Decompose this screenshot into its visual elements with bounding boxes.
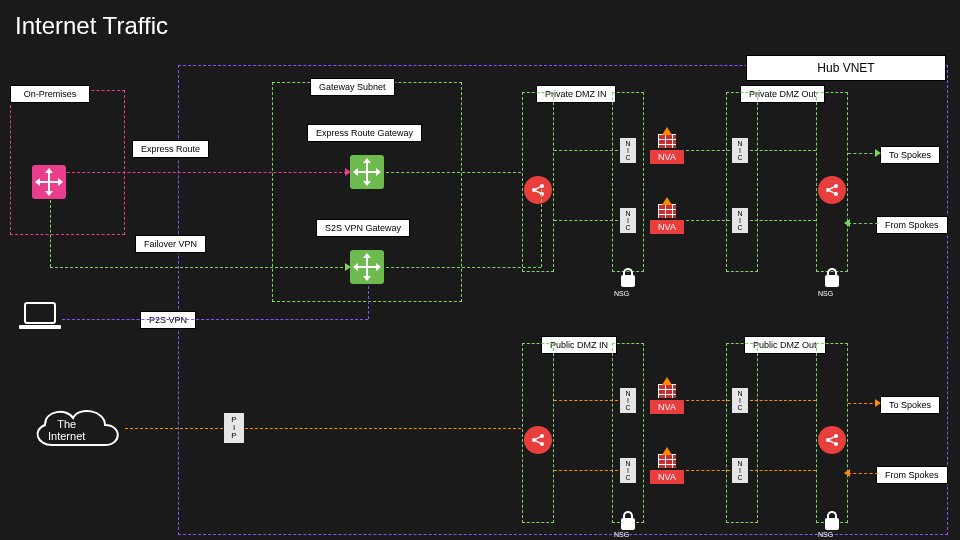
conn-p2s-v: [368, 286, 369, 319]
private-dmz-in-col2: [612, 92, 644, 272]
conn-pub-nic2b: [686, 470, 730, 471]
nic-priv-out-1: N I C: [732, 138, 748, 163]
share-icon-pub-in-1: [524, 426, 552, 454]
share-icon-pub-out-1: [818, 426, 846, 454]
conn-onprem-v: [50, 200, 51, 267]
conn-pub-nic1a: [554, 400, 618, 401]
svg-rect-1: [19, 325, 61, 329]
nsg-lock-priv-out: [821, 275, 843, 287]
nsg-pub-out: NSG: [818, 531, 833, 538]
nva-priv-1: NVA: [650, 150, 684, 164]
arrow-to-spokes-priv: [875, 149, 881, 157]
conn-pub-nic1c: [750, 400, 816, 401]
failover-vpn-label: Failover VPN: [135, 235, 206, 253]
conn-priv-nic2c: [750, 220, 816, 221]
p2s-vpn-label: P2S VPN: [140, 311, 196, 329]
nsg-pub-in: NSG: [614, 531, 629, 538]
share-icon-priv-in-1: [524, 176, 552, 204]
conn-to-spokes-priv: [848, 153, 878, 154]
nva-pub-1: NVA: [650, 400, 684, 414]
arrow-er: [345, 168, 351, 176]
gateway-subnet-label: Gateway Subnet: [310, 78, 395, 96]
firewall-icon-priv-1: [658, 134, 676, 148]
arrow-from-spokes-priv: [844, 219, 850, 227]
express-route-label: Express Route: [132, 140, 209, 158]
pip-label: P I P: [224, 413, 244, 443]
conn-dmz-merge-v: [541, 189, 542, 267]
public-dmz-in-col2: [612, 343, 644, 523]
laptop-icon: [19, 301, 61, 335]
s2s-vpn-gateway-icon: [350, 250, 384, 284]
nva-priv-2: NVA: [650, 220, 684, 234]
nic-pub-out-2: N I C: [732, 458, 748, 483]
nsg-priv-in: NSG: [614, 290, 629, 297]
firewall-icon-pub-1: [658, 384, 676, 398]
conn-p2s: [62, 319, 368, 320]
arrow-s2s: [345, 263, 351, 271]
firewall-icon-pub-2: [658, 454, 676, 468]
express-route-gateway-icon: [350, 155, 384, 189]
nsg-priv-out: NSG: [818, 290, 833, 297]
express-route-gateway-label: Express Route Gateway: [307, 124, 422, 142]
conn-pub-nic2a: [554, 470, 618, 471]
conn-onprem-s2s: [50, 267, 348, 268]
nic-pub-in-2: N I C: [620, 458, 636, 483]
conn-priv-nic2b: [686, 220, 730, 221]
conn-priv-nic2a: [554, 220, 618, 221]
on-prem-gateway-icon: [32, 165, 66, 199]
nic-pub-in-1: N I C: [620, 388, 636, 413]
conn-pub-nic1b: [686, 400, 730, 401]
nic-priv-in-2: N I C: [620, 208, 636, 233]
arrow-to-spokes-pub: [875, 399, 881, 407]
nva-pub-2: NVA: [650, 470, 684, 484]
firewall-icon-priv-2: [658, 204, 676, 218]
conn-to-spokes-pub: [848, 403, 878, 404]
conn-from-spokes-pub: [848, 473, 878, 474]
conn-cloud-pip: [125, 428, 223, 429]
share-icon-priv-out-1: [818, 176, 846, 204]
s2s-vpn-gateway-label: S2S VPN Gateway: [316, 219, 410, 237]
nsg-lock-pub-out: [821, 518, 843, 530]
nic-priv-out-2: N I C: [732, 208, 748, 233]
hub-vnet-label: Hub VNET: [746, 55, 946, 81]
conn-onprem-er: [67, 172, 347, 173]
nsg-lock-pub-in: [617, 518, 639, 530]
conn-er-dmz: [386, 172, 521, 173]
conn-priv-nic1b: [686, 150, 730, 151]
arrow-from-spokes-pub: [844, 469, 850, 477]
conn-priv-nic1a: [554, 150, 618, 151]
conn-pub-nic2c: [750, 470, 816, 471]
the-internet-label: The Internet: [48, 418, 85, 442]
on-premises-box: [10, 90, 125, 235]
to-spokes-priv: To Spokes: [880, 146, 940, 164]
page-title: Internet Traffic: [15, 12, 168, 40]
conn-priv-nic1c: [750, 150, 816, 151]
conn-pip-dmz: [245, 428, 521, 429]
from-spokes-pub: From Spokes: [876, 466, 948, 484]
conn-s2s-dmz: [386, 267, 541, 268]
svg-rect-0: [25, 303, 55, 323]
on-premises-label: On-Premises: [10, 85, 90, 103]
to-spokes-pub: To Spokes: [880, 396, 940, 414]
public-dmz-out-col1: [726, 343, 758, 523]
nsg-lock-priv-in: [617, 275, 639, 287]
conn-from-spokes-priv: [848, 223, 878, 224]
nic-pub-out-1: N I C: [732, 388, 748, 413]
from-spokes-priv: From Spokes: [876, 216, 948, 234]
nic-priv-in-1: N I C: [620, 138, 636, 163]
private-dmz-out-col1: [726, 92, 758, 272]
